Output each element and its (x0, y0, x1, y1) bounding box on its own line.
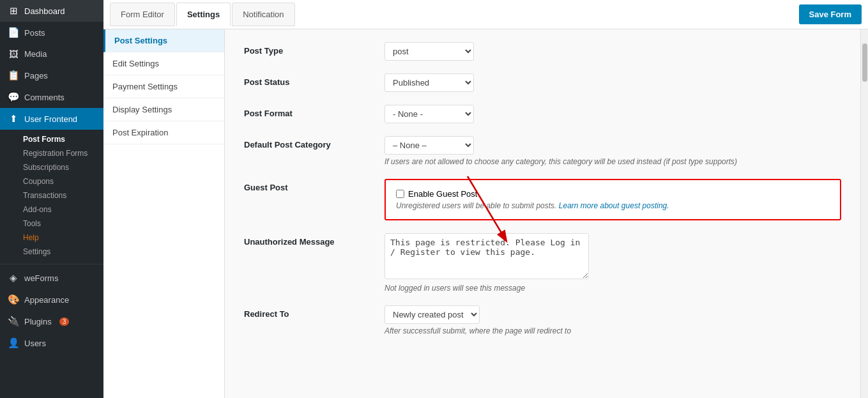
users-icon: 👤 (8, 337, 19, 349)
save-form-button[interactable]: Save Form (799, 4, 862, 24)
unauthorized-message-row: Unauthorized Message This page is restri… (244, 233, 841, 293)
left-panel: Post Settings Edit Settings Payment Sett… (103, 29, 225, 398)
unauthorized-message-note: Not logged in users will see this messag… (385, 284, 841, 293)
sidebar-item-add-ons[interactable]: Add-ons (18, 203, 103, 217)
default-category-select[interactable]: – None – (385, 136, 474, 155)
sidebar-item-help[interactable]: Help (18, 231, 103, 245)
tab-group: Form Editor Settings Notification (110, 3, 296, 26)
post-type-row: Post Type post (244, 42, 841, 61)
guest-post-note: Unregistered users will be able to submi… (396, 201, 830, 210)
post-status-select[interactable]: Published (385, 73, 474, 92)
tab-notification[interactable]: Notification (232, 3, 294, 26)
unauthorized-message-control: This page is restricted. Please Log in /… (385, 233, 841, 293)
redirect-to-row: Redirect To Newly created post After suc… (244, 305, 841, 335)
sidebar-item-subscriptions[interactable]: Subscriptions (18, 160, 103, 174)
post-type-select[interactable]: post (385, 42, 474, 61)
sidebar-item-appearance[interactable]: 🎨 Appearance (0, 289, 103, 310)
post-type-control: post (385, 42, 841, 61)
sidebar: ⊞ Dashboard 📄 Posts 🖼 Media 📋 Pages 💬 Co… (0, 0, 103, 398)
left-panel-payment-settings[interactable]: Payment Settings (103, 75, 224, 98)
guest-post-row: Guest Post Enable Guest Post Unregistere… (244, 179, 841, 220)
sidebar-item-tools[interactable]: Tools (18, 217, 103, 231)
sidebar-item-coupons[interactable]: Coupons (18, 174, 103, 188)
media-icon: 🖼 (8, 49, 19, 59)
main-content: Form Editor Settings Notification Save F… (103, 0, 868, 398)
left-panel-post-expiration[interactable]: Post Expiration (103, 121, 224, 144)
sidebar-item-comments[interactable]: 💬 Comments (0, 86, 103, 108)
unauthorized-message-label: Unauthorized Message (244, 233, 372, 247)
left-panel-display-settings[interactable]: Display Settings (103, 98, 224, 121)
left-panel-edit-settings[interactable]: Edit Settings (103, 52, 224, 75)
plugins-badge: 3 (59, 318, 70, 326)
dashboard-icon: ⊞ (8, 5, 19, 17)
sidebar-item-transactions[interactable]: Transactions (18, 188, 103, 203)
default-category-row: Default Post Category – None – If users … (244, 136, 841, 166)
guest-post-box: Enable Guest Post Unregistered users wil… (385, 179, 841, 220)
comments-icon: 💬 (8, 91, 19, 103)
tab-settings[interactable]: Settings (176, 3, 231, 26)
enable-guest-post-checkbox[interactable] (396, 190, 404, 198)
redirect-to-label: Redirect To (244, 305, 372, 319)
post-type-label: Post Type (244, 42, 372, 56)
redirect-to-note: After successfull submit, where the page… (385, 326, 841, 335)
enable-guest-post-label[interactable]: Enable Guest Post (408, 189, 477, 199)
user-frontend-icon: ⬆ (8, 113, 19, 125)
sidebar-item-pages[interactable]: 📋 Pages (0, 65, 103, 86)
post-status-row: Post Status Published (244, 73, 841, 92)
settings-panel: Post Type post Post Status Published (225, 29, 860, 398)
left-panel-post-settings[interactable]: Post Settings (103, 29, 224, 52)
guest-post-control: Enable Guest Post Unregistered users wil… (385, 179, 841, 220)
default-category-note: If users are not allowed to choose any c… (385, 157, 841, 166)
content-area: Post Settings Edit Settings Payment Sett… (103, 29, 868, 398)
enable-guest-post-row: Enable Guest Post (396, 189, 830, 199)
redirect-to-control: Newly created post After successfull sub… (385, 305, 841, 335)
sidebar-item-dashboard[interactable]: ⊞ Dashboard (0, 0, 103, 22)
redirect-to-select[interactable]: Newly created post (385, 305, 480, 324)
guest-post-link[interactable]: Learn more about guest posting. (559, 201, 669, 210)
sidebar-item-posts[interactable]: 📄 Posts (0, 22, 103, 43)
sidebar-item-weforms[interactable]: ◈ weForms (0, 267, 103, 289)
post-status-label: Post Status (244, 73, 372, 87)
post-status-control: Published (385, 73, 841, 92)
scrollbar-thumb[interactable] (862, 43, 867, 82)
sidebar-sub-menu: Post Forms Registration Forms Subscripti… (0, 130, 103, 261)
default-category-control: – None – If users are not allowed to cho… (385, 136, 841, 166)
posts-icon: 📄 (8, 27, 19, 38)
scrollbar-track[interactable] (860, 29, 868, 398)
tab-form-editor[interactable]: Form Editor (110, 3, 175, 26)
top-tabs-bar: Form Editor Settings Notification Save F… (103, 0, 868, 29)
post-format-select[interactable]: - None - (385, 105, 474, 123)
guest-post-label: Guest Post (244, 179, 372, 192)
post-format-label: Post Format (244, 105, 372, 118)
appearance-icon: 🎨 (8, 294, 19, 305)
plugins-icon: 🔌 (8, 316, 19, 327)
sidebar-item-user-frontend[interactable]: ⬆ User Frontend (0, 108, 103, 130)
sidebar-item-registration-forms[interactable]: Registration Forms (18, 146, 103, 160)
post-format-control: - None - (385, 105, 841, 123)
pages-icon: 📋 (8, 70, 19, 81)
sidebar-item-post-forms[interactable]: Post Forms (18, 132, 103, 146)
sidebar-item-plugins[interactable]: 🔌 Plugins 3 (0, 310, 103, 332)
sidebar-item-settings[interactable]: Settings (18, 245, 103, 259)
unauthorized-message-textarea[interactable]: This page is restricted. Please Log in /… (385, 233, 589, 279)
weforms-icon: ◈ (8, 272, 19, 284)
default-category-label: Default Post Category (244, 136, 372, 149)
sidebar-item-media[interactable]: 🖼 Media (0, 43, 103, 65)
sidebar-divider (0, 264, 103, 264)
sidebar-item-users[interactable]: 👤 Users (0, 332, 103, 354)
post-format-row: Post Format - None - (244, 105, 841, 123)
